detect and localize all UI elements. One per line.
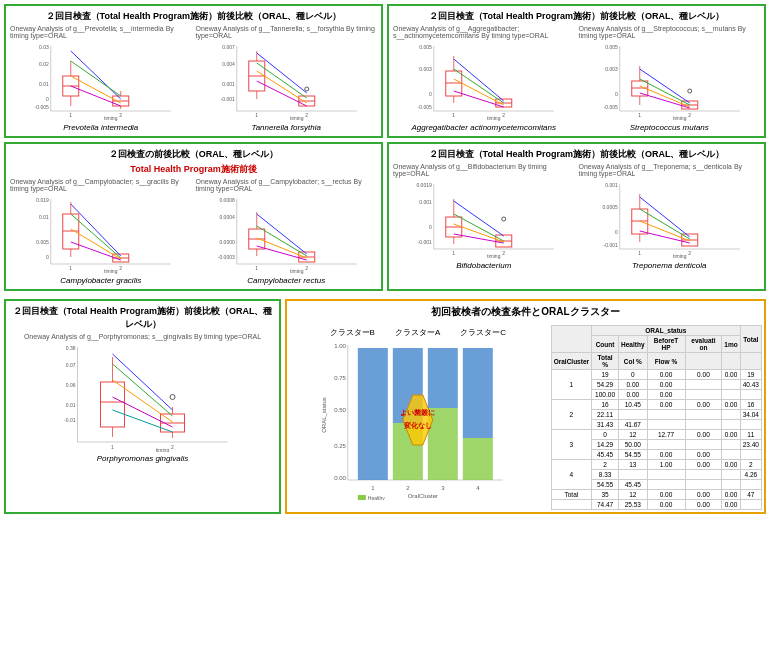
svg-text:timing: timing — [290, 115, 304, 121]
bottom-row: ２回目検査（Total Health Program施術）前後比較（ORAL、種… — [0, 299, 770, 518]
panel-bottom-left: ２回目検査（Total Health Program施術）前後比較（ORAL、種… — [4, 299, 281, 514]
table-sub-flow: Flow % — [647, 353, 685, 370]
svg-text:-0.001: -0.001 — [418, 239, 432, 245]
panel-3-subtitle: Total Health Program施術前後 — [10, 163, 377, 176]
chart-2a-legend: Oneway Analysis of g__Aggregatibacter; s… — [393, 25, 575, 39]
svg-text:よい菌叢に: よい菌叢に — [400, 408, 435, 417]
chart-4a-label: Bifidobacterium — [456, 261, 511, 270]
svg-text:0.0008: 0.0008 — [219, 197, 235, 203]
svg-text:変化なし: 変化なし — [404, 421, 432, 430]
cluster-label-c: クラスターC — [460, 327, 506, 338]
table-col-1mo: 1mo — [722, 336, 740, 353]
chart-1a-label: Prevotella intermedia — [63, 123, 138, 132]
svg-text:1: 1 — [638, 112, 641, 118]
chart-bottom-left-legend: Oneway Analysis of g__Porphyromonas; s__… — [24, 333, 261, 340]
chart-3a-area: 0.019 0.01 0.005 0 1 2 timing — [10, 194, 192, 274]
svg-text:0.019: 0.019 — [36, 197, 49, 203]
svg-rect-198 — [428, 348, 458, 408]
svg-text:2: 2 — [171, 444, 174, 450]
cluster-label-a: クラスターA — [395, 327, 440, 338]
svg-text:0.001: 0.001 — [605, 182, 618, 188]
panel-3-title: ２回検査の前後比較（ORAL、種レベル） — [10, 148, 377, 161]
svg-text:0: 0 — [429, 91, 432, 97]
chart-3b-area: 0.0008 0.0004 0.0000 -0.0003 1 2 timing — [196, 194, 378, 274]
svg-text:-0.01: -0.01 — [64, 417, 76, 423]
svg-text:timing: timing — [290, 268, 304, 274]
chart-bottom-left-label: Porphyromonas gingivalis — [97, 454, 189, 463]
svg-text:timing: timing — [104, 115, 118, 121]
svg-text:1: 1 — [69, 265, 72, 271]
svg-text:0.005: 0.005 — [36, 239, 49, 245]
svg-text:0.07: 0.07 — [66, 362, 76, 368]
svg-text:0.50: 0.50 — [334, 407, 346, 413]
svg-rect-201 — [463, 438, 493, 480]
chart-2a-area: 0.005 0.003 0 -0.005 1 2 timing — [393, 41, 575, 121]
svg-text:2: 2 — [305, 265, 308, 271]
table-row-total: Total 35120.000.000.0047 — [551, 490, 761, 500]
chart-1b-area: 0.007 0.004 0.001 -0.001 1 2 timing — [196, 41, 378, 121]
chart-2b: Oneway Analysis of g__Streptococcus; s__… — [579, 25, 761, 132]
svg-line-177 — [113, 364, 173, 416]
chart-2a: Oneway Analysis of g__Aggregatibacter; s… — [393, 25, 575, 132]
svg-text:0.00: 0.00 — [334, 475, 346, 481]
table-row: 1 1900.000.000.0019 — [551, 370, 761, 380]
chart-3b-label: Campylobacter rectus — [247, 276, 325, 285]
svg-point-181 — [170, 395, 175, 400]
table-header-cluster — [551, 326, 591, 353]
svg-point-41 — [304, 87, 308, 91]
panel-4-title: ２回目検査（Total Health Program施術）前後比較（ORAL、種… — [393, 148, 760, 161]
svg-text:0.0004: 0.0004 — [219, 214, 235, 220]
svg-text:1: 1 — [111, 444, 114, 450]
svg-text:timing: timing — [673, 115, 687, 121]
svg-text:timing: timing — [673, 253, 687, 259]
svg-text:OralCluster: OralCluster — [408, 493, 438, 499]
cluster-chart-area: クラスターB クラスターA クラスターC 1.00 0.75 0.50 0. — [287, 323, 549, 534]
svg-text:0: 0 — [46, 96, 49, 102]
svg-rect-202 — [358, 495, 366, 500]
svg-text:-0.005: -0.005 — [603, 104, 617, 110]
svg-line-180 — [113, 410, 173, 432]
chart-1b-legend: Oneway Analysis of g__Tannerella; s__for… — [196, 25, 378, 39]
svg-text:2: 2 — [688, 112, 691, 118]
svg-text:-0.005: -0.005 — [418, 104, 432, 110]
svg-text:2: 2 — [119, 112, 122, 118]
svg-text:0.01: 0.01 — [66, 402, 76, 408]
cluster-label-b: クラスターB — [330, 327, 375, 338]
table-sub-total2 — [740, 353, 761, 370]
svg-text:4: 4 — [476, 485, 480, 491]
svg-text:2: 2 — [305, 112, 308, 118]
svg-text:Healthy: Healthy — [368, 495, 385, 500]
svg-text:0.38: 0.38 — [66, 345, 76, 351]
panel-1-charts: Oneway Analysis of g__Prevotella; s__int… — [10, 25, 377, 132]
chart-4a-legend: Oneway Analysis of g__Bifidobacterium By… — [393, 163, 575, 177]
chart-4a: Oneway Analysis of g__Bifidobacterium By… — [393, 163, 575, 270]
svg-text:timing: timing — [104, 268, 118, 274]
chart-1a-area: 0.03 0.02 0.01 0 -0.005 1 2 timing — [10, 41, 192, 121]
chart-4b-label: Treponema denticola — [632, 261, 707, 270]
svg-text:timing: timing — [156, 447, 170, 452]
panel-4: ２回目検査（Total Health Program施術）前後比較（ORAL、種… — [387, 142, 766, 291]
svg-text:3: 3 — [441, 485, 445, 491]
svg-text:0.005: 0.005 — [605, 44, 618, 50]
svg-text:0.25: 0.25 — [334, 443, 346, 449]
panel-bottom-left-title: ２回目検査（Total Health Program施術）前後比較（ORAL、種… — [10, 305, 275, 331]
chart-4b-legend: Oneway Analysis of g__Treponema; s__dent… — [579, 163, 761, 177]
svg-text:1.00: 1.00 — [334, 343, 346, 349]
chart-2b-label: Streptococcus mutans — [630, 123, 709, 132]
chart-3b: Oneway Analysis of g__Campylobacter; s__… — [196, 178, 378, 285]
chart-3a-label: Campylobacter gracilis — [60, 276, 141, 285]
svg-text:0.001: 0.001 — [419, 199, 432, 205]
table-header-total: Total — [740, 326, 761, 353]
chart-2b-area: 0.005 0.003 0 -0.005 1 2 timing — [579, 41, 761, 121]
panel-2: ２回目検査（Total Health Program施術）前後比較（ORAL、種… — [387, 4, 766, 138]
svg-point-76 — [687, 89, 691, 93]
svg-point-134 — [502, 217, 506, 221]
svg-rect-200 — [463, 348, 493, 438]
svg-text:ORAL_status: ORAL_status — [321, 397, 327, 433]
svg-text:0.0019: 0.0019 — [416, 182, 432, 188]
table-col-eval: evaluati on — [685, 336, 722, 353]
svg-text:0.0005: 0.0005 — [602, 204, 618, 210]
chart-2b-legend: Oneway Analysis of g__Streptococcus; s__… — [579, 25, 761, 39]
svg-text:2: 2 — [502, 250, 505, 256]
cluster-content: クラスターB クラスターA クラスターC 1.00 0.75 0.50 0. — [287, 323, 764, 534]
